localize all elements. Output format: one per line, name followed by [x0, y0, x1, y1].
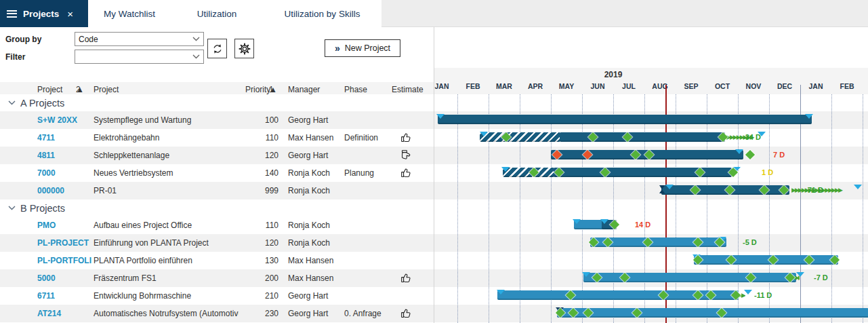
gantt-bar[interactable]	[557, 308, 868, 318]
baseline-triangle-icon	[744, 290, 752, 294]
gantt-bar[interactable]	[694, 255, 838, 265]
milestone-diamond[interactable]	[745, 150, 755, 159]
constraint-marker-icon	[659, 185, 665, 193]
baseline-triangle-icon	[436, 114, 445, 119]
baseline-triangle-icon	[665, 185, 674, 189]
planta-project-window: Projects × My Watchlist Utilization Util…	[0, 0, 868, 323]
duration-label: -7 D	[814, 273, 828, 282]
gantt-bar[interactable]	[438, 115, 812, 124]
baseline-triangle-icon	[600, 219, 608, 224]
duration-label: -11 D	[754, 291, 772, 299]
panel-divider	[434, 27, 434, 323]
baseline-triangle-icon	[854, 185, 862, 189]
duration-label: -5 D	[743, 238, 757, 246]
duration-label: -71 D	[805, 186, 823, 194]
gantt-bar[interactable]	[554, 168, 732, 177]
baseline-triangle-icon	[501, 167, 510, 172]
baseline-triangle-icon	[805, 114, 813, 119]
gantt-bar[interactable]	[583, 273, 796, 282]
duration-label: -34 D	[743, 133, 761, 141]
duration-label: 14 D	[635, 221, 650, 229]
baseline-triangle-icon	[497, 290, 505, 294]
gantt-bar[interactable]	[560, 132, 725, 142]
baseline-triangle-icon	[796, 272, 804, 277]
baseline-triangle-icon	[573, 219, 581, 224]
baseline-triangle-icon	[480, 132, 488, 136]
duration-label: 1 D	[762, 168, 773, 176]
baseline-triangle-icon	[735, 149, 743, 154]
gantt-bar[interactable]	[480, 132, 560, 142]
duration-label: 7 D	[773, 151, 785, 159]
overrun-chevrons: ▶▶▶▶▶▶▶▶▶▶▶▶▶▶▶	[791, 187, 856, 194]
baseline-triangle-icon	[582, 272, 590, 277]
